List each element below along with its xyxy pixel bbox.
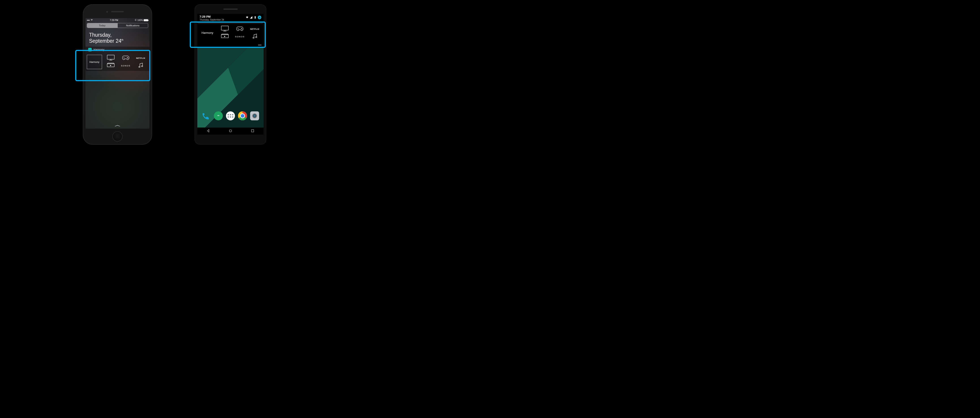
android-device-frame: 7:29 PM Thursday, September 24 (195, 5, 266, 145)
sonos-label: SONOS (121, 65, 130, 67)
shade-expand-handle-icon[interactable] (258, 43, 262, 47)
dock-app-drawer[interactable] (226, 111, 235, 120)
ios-battery-percent: 100% (137, 19, 143, 21)
android-nav-bar (197, 127, 264, 135)
harmony-hub-tile[interactable]: Harmony (199, 26, 216, 40)
activity-play-game[interactable] (233, 26, 247, 32)
activity-netflix[interactable]: NETFLIX (134, 55, 148, 62)
netflix-label: NETFLIX (136, 57, 145, 59)
svg-rect-27 (251, 129, 254, 132)
iphone-speaker (111, 11, 124, 12)
activity-sonos[interactable]: SONOS (119, 62, 132, 69)
activity-netflix[interactable]: NETFLIX (248, 26, 262, 32)
dvr-icon (107, 63, 115, 69)
app-drawer-icon (228, 114, 233, 118)
svg-point-5 (127, 57, 127, 58)
tab-notifications[interactable]: Notifications (118, 23, 148, 28)
harmony-widget-android: Harmony (197, 24, 264, 42)
dock-hangouts-app[interactable] (214, 111, 223, 120)
ios-pull-handle-icon[interactable] (115, 124, 120, 128)
harmony-activities-grid: NETFLIX SONOS (218, 26, 262, 40)
netflix-label: NETFLIX (250, 28, 259, 30)
harmony-app-icon (88, 48, 92, 51)
music-note-icon (138, 62, 143, 69)
wifi-icon (246, 16, 248, 19)
activity-watch-tv[interactable] (104, 55, 118, 62)
harmony-widget-ios: Harmony NETFLIX (86, 53, 150, 71)
iphone-camera (106, 11, 108, 13)
svg-marker-20 (224, 36, 226, 37)
activity-watch-tv[interactable] (218, 26, 232, 32)
dock-chrome-app[interactable] (238, 111, 247, 120)
sonos-label: SONOS (235, 35, 245, 38)
game-controller-icon (122, 55, 130, 61)
android-status-date: Thursday, September 24 (200, 19, 224, 21)
dock-phone-app[interactable] (202, 111, 211, 120)
ios-segmented-tabs: Today Notifications (87, 23, 148, 28)
svg-point-18 (242, 29, 242, 29)
user-avatar-icon[interactable] (258, 16, 261, 19)
svg-marker-8 (110, 65, 111, 66)
svg-rect-12 (221, 26, 228, 30)
activity-music[interactable] (248, 33, 262, 40)
nav-back-button[interactable] (206, 129, 210, 134)
android-dock (197, 111, 264, 120)
bluetooth-icon (135, 19, 137, 22)
activity-music[interactable] (134, 62, 148, 69)
activity-play-game[interactable] (119, 55, 132, 62)
ios-today-date: Thursday, September 24th (86, 28, 150, 46)
dock-camera-app[interactable] (250, 111, 259, 120)
game-controller-icon (236, 26, 243, 32)
svg-rect-24 (258, 45, 262, 45)
android-status-time: 7:29 PM (200, 15, 224, 19)
ios-date-ordinal: th (121, 38, 123, 41)
tv-icon (221, 26, 229, 32)
iphone-device-frame: ••••• 7:29 PM 100% Today Notifications (83, 4, 152, 145)
ios-date-line2: September 24 (89, 38, 121, 44)
nav-home-button[interactable] (228, 129, 232, 134)
svg-rect-25 (258, 45, 262, 46)
activity-sonos[interactable]: SONOS (233, 33, 247, 40)
harmony-hub-tile[interactable]: Harmony (87, 55, 102, 69)
tv-icon (107, 55, 115, 62)
harmony-hub-label: Harmony (89, 60, 100, 63)
iphone-home-button[interactable] (112, 131, 123, 141)
ios-date-line1: Thursday, (89, 32, 111, 38)
android-wallpaper (197, 47, 264, 127)
android-notification-shade: Harmony (197, 22, 264, 42)
iphone-screen: ••••• 7:29 PM 100% Today Notifications (86, 18, 150, 129)
battery-icon (254, 16, 257, 19)
dvr-icon (221, 34, 229, 40)
android-notification-shade-header: 7:29 PM Thursday, September 24 (197, 14, 264, 22)
android-screen: 7:29 PM Thursday, September 24 (197, 14, 264, 135)
activity-dvr[interactable] (104, 62, 118, 69)
activity-dvr[interactable] (218, 33, 232, 40)
nav-recents-button[interactable] (251, 129, 255, 134)
harmony-activities-grid: NETFLIX SONOS (103, 55, 148, 69)
ios-status-time: 7:29 PM (93, 19, 135, 21)
ios-status-bar: ••••• 7:29 PM 100% (86, 18, 150, 22)
stage: ••••• 7:29 PM 100% Today Notifications (0, 0, 349, 149)
harmony-widget-title: Harmony (94, 48, 105, 51)
tab-today[interactable]: Today (87, 23, 118, 28)
harmony-widget-header: Harmony (86, 46, 150, 53)
svg-point-17 (241, 28, 242, 29)
music-note-icon (252, 33, 258, 40)
cellular-signal-icon: ••••• (87, 19, 90, 21)
wifi-icon (91, 19, 93, 21)
svg-point-26 (229, 129, 232, 132)
svg-point-6 (128, 58, 128, 58)
svg-rect-0 (107, 55, 115, 59)
battery-icon (144, 19, 148, 21)
android-speaker (223, 8, 238, 10)
cellular-signal-icon (250, 16, 253, 19)
harmony-hub-label: Harmony (202, 31, 213, 35)
